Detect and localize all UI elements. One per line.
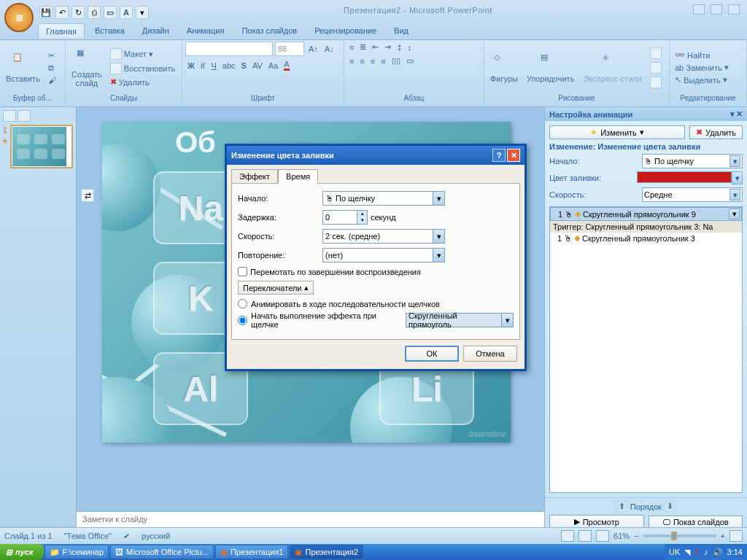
shape-effects-button[interactable] (648, 76, 664, 89)
zoom-in-icon[interactable]: + (721, 532, 725, 540)
speed-combo[interactable]: Средне▾ (642, 187, 743, 202)
animation-tag-icon[interactable]: ⇄ (81, 189, 94, 202)
fill-color-dropdown[interactable]: ▾ (732, 171, 743, 184)
taskbar-item-explorer[interactable]: 📁F:\семинар (44, 545, 109, 559)
tray-icon[interactable]: ♪ (704, 548, 708, 556)
quick-styles-button[interactable]: ◈Экспресс-стили (580, 51, 644, 85)
clock[interactable]: 3:14 (727, 548, 743, 556)
shapes-button[interactable]: ◇Фигуры (487, 51, 521, 85)
shape-outline-button[interactable] (648, 61, 664, 74)
dlg-start-combo[interactable]: 🖱По щелчку▾ (322, 191, 445, 206)
tab-insert[interactable]: Вставка (88, 23, 132, 39)
change-effect-button[interactable]: ★Изменить▾ (549, 125, 685, 139)
dlg-triggers-toggle[interactable]: Переключатели▴ (238, 281, 314, 295)
justify-button[interactable]: ≡ (379, 55, 387, 66)
layout-button[interactable]: Макет▾ (108, 47, 177, 61)
system-tray[interactable]: UK ◥ Z ♪ 🔊 3:14 (665, 544, 747, 560)
tray-icon[interactable]: ◥ (684, 548, 690, 557)
columns-button[interactable]: ▯▯ (390, 55, 403, 66)
reset-button[interactable]: Восстановить (108, 62, 177, 75)
delete-slide-button[interactable]: ✖Удалить (108, 77, 177, 88)
minimize-button[interactable] (693, 4, 705, 15)
dialog-close-icon[interactable]: ✕ (507, 149, 520, 162)
undo-icon[interactable]: ↶ (55, 6, 69, 19)
align-center-button[interactable]: ≡ (357, 55, 366, 66)
anim-item-2[interactable]: 1 🖱 ◆ Скругленный прямоугольник 3 (550, 233, 742, 244)
char-spacing-button[interactable]: AV (250, 59, 265, 71)
tray-icon[interactable]: Z (694, 548, 700, 556)
move-up-icon[interactable]: ⬆ (616, 501, 628, 512)
convert-smartart-button[interactable]: ▭ (404, 55, 416, 66)
tab-slideshow[interactable]: Показ слайдов (234, 23, 304, 39)
dialog-help-icon[interactable]: ? (492, 149, 506, 162)
language-indicator[interactable]: UK (669, 548, 680, 556)
dialog-tab-timing[interactable]: Время (278, 169, 318, 184)
move-down-icon[interactable]: ⬇ (664, 501, 676, 512)
anim-item-1[interactable]: 1 🖱 ◆ Скругленный прямоугольник 9 ▾ (550, 207, 742, 221)
increase-indent-button[interactable]: ⇥ (382, 42, 393, 52)
tab-view[interactable]: Вид (387, 23, 416, 39)
font-family-combo[interactable] (185, 42, 273, 56)
dlg-radio-sequence[interactable]: Анимировать в ходе последовательности ще… (238, 299, 514, 308)
arrange-button[interactable]: ▤Упорядочить (524, 51, 577, 85)
language-status[interactable]: русский (142, 532, 170, 540)
grow-font-button[interactable]: A↑ (306, 42, 320, 56)
tab-review[interactable]: Рецензирование (307, 23, 384, 39)
paste-button[interactable]: 📋 Вставить (3, 51, 43, 85)
print-icon[interactable]: ⎙ (88, 6, 101, 19)
panel-dropdown-icon[interactable]: ▾ (730, 109, 735, 119)
replace-button[interactable]: abЗаменить▾ (673, 62, 731, 73)
taskbar-item-pres2[interactable]: ▣Презентация2 (290, 545, 363, 559)
dlg-repeat-combo[interactable]: (нет)▾ (322, 248, 445, 262)
copy-button[interactable]: ⧉ (46, 63, 58, 74)
sorter-view-icon[interactable] (578, 530, 592, 542)
shape-fill-button[interactable] (648, 47, 664, 60)
dlg-radio-onclick[interactable]: Начать выполнение эффекта при щелчке Скр… (238, 311, 514, 329)
fill-color-swatch[interactable] (637, 171, 732, 183)
office-button[interactable]: ⊞ (4, 3, 34, 32)
underline-button[interactable]: Ч (209, 59, 218, 71)
dlg-speed-combo[interactable]: 2 сек. (средне)▾ (322, 229, 445, 244)
save-icon[interactable]: 💾 (39, 6, 53, 19)
italic-button[interactable]: К (198, 59, 207, 71)
bullets-button[interactable]: ≡ (347, 42, 356, 52)
redo-icon[interactable]: ↻ (71, 6, 85, 19)
fit-window-icon[interactable] (729, 530, 743, 542)
zoom-slider[interactable] (643, 534, 716, 537)
cut-button[interactable]: ✂ (46, 50, 58, 61)
tray-volume-icon[interactable]: 🔊 (713, 548, 723, 557)
align-left-button[interactable]: ≡ (347, 55, 356, 66)
font-size-combo[interactable]: 88 (275, 42, 304, 56)
tab-animation[interactable]: Анимация (179, 23, 232, 39)
shrink-font-button[interactable]: A↓ (322, 42, 336, 56)
dlg-rewind-checkbox[interactable]: Перемотать по завершении воспроизведения (238, 267, 514, 276)
animation-list[interactable]: 1 🖱 ◆ Скругленный прямоугольник 9 ▾ Триг… (549, 206, 743, 493)
slide-thumbnail[interactable] (10, 125, 73, 168)
find-button[interactable]: 👓Найти (673, 50, 731, 61)
dlg-ok-button[interactable]: ОК (405, 346, 459, 362)
slideshow-button[interactable]: 🖵Показ слайдов (649, 516, 743, 529)
qat-more-icon[interactable]: ▾ (136, 6, 149, 19)
format-painter-button[interactable]: 🖌 (46, 75, 58, 85)
item-menu-icon[interactable]: ▾ (729, 209, 740, 219)
start-button[interactable]: ⊞пуск (0, 544, 44, 560)
maximize-button[interactable] (711, 4, 722, 15)
close-button[interactable] (728, 4, 740, 15)
tab-design[interactable]: Дизайн (135, 23, 177, 39)
spellcheck-icon[interactable]: A (120, 6, 133, 19)
dlg-trigger-object-combo[interactable]: Скругленный прямоуголь▾ (406, 313, 514, 327)
numbering-button[interactable]: ≣ (357, 42, 368, 52)
select-button[interactable]: ↖Выделить▾ (673, 74, 731, 85)
decrease-indent-button[interactable]: ⇤ (370, 42, 381, 52)
tab-home[interactable]: Главная (38, 23, 85, 39)
taskbar-item-pres1[interactable]: ▣Презентация1 (215, 545, 289, 559)
change-case-button[interactable]: Aa (266, 59, 280, 71)
new-icon[interactable]: ▭ (104, 6, 117, 19)
bold-button[interactable]: Ж (185, 59, 197, 71)
dialog-tab-effect[interactable]: Эффект (231, 169, 278, 184)
zoom-percent[interactable]: 61% (614, 532, 630, 540)
slideshow-view-icon[interactable] (596, 530, 609, 542)
new-slide-button[interactable]: ▦ Создать слайд (69, 47, 105, 89)
line-spacing-button[interactable]: ‡ (395, 42, 403, 52)
panel-close-icon[interactable]: ✕ (736, 109, 743, 119)
